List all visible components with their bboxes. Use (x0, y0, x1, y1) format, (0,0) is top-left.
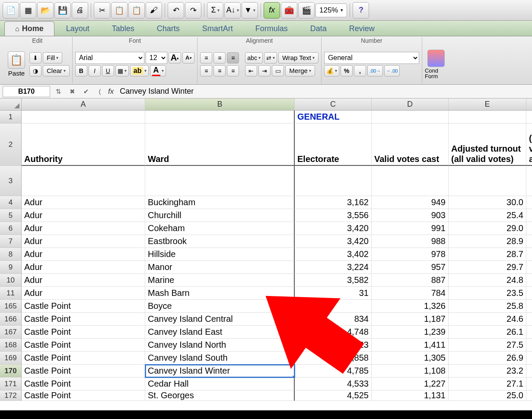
cell[interactable]: 27.1 (449, 378, 526, 390)
cell[interactable]: 23.2 (449, 365, 526, 378)
column-header-E[interactable]: E (449, 98, 526, 111)
cell[interactable] (526, 166, 532, 196)
cell[interactable]: 29.7 (449, 261, 526, 274)
merge-button[interactable]: Merge (285, 65, 315, 76)
cell[interactable]: Castle Point (22, 313, 145, 326)
cell[interactable]: 1,227 (372, 378, 449, 390)
cell[interactable]: Canvey Island Central (145, 313, 295, 326)
tab-smartart[interactable]: SmartArt (191, 21, 244, 36)
undo-button[interactable]: ↶ (168, 2, 184, 19)
cell[interactable] (526, 111, 532, 124)
cell[interactable] (145, 166, 295, 196)
cell[interactable]: Castle Point (22, 365, 145, 378)
cell[interactable] (372, 166, 449, 196)
tab-layout[interactable]: Layout (55, 21, 100, 36)
cell[interactable]: Authority (22, 124, 145, 166)
font-name-select[interactable]: Arial (75, 52, 144, 64)
cell[interactable]: 978 (372, 248, 449, 261)
cell[interactable] (22, 111, 145, 124)
merge-icon[interactable]: ▭ (272, 65, 284, 76)
column-header-F[interactable]: F (526, 98, 532, 111)
cell[interactable]: 903 (372, 209, 449, 222)
row-header[interactable]: 4 (0, 196, 22, 209)
cell[interactable]: Manor (145, 261, 295, 274)
cell[interactable]: 25.8 (449, 300, 526, 313)
cell[interactable]: 3,556 (295, 209, 372, 222)
cell[interactable]: 28.7 (449, 248, 526, 261)
comma-button[interactable]: , (354, 65, 366, 76)
row-header[interactable]: 11 (0, 287, 22, 300)
row-header[interactable]: 166 (0, 313, 22, 326)
tab-tables[interactable]: Tables (101, 21, 145, 36)
help-button[interactable]: ? (353, 2, 369, 19)
cell[interactable]: Buckingham (145, 196, 295, 209)
column-header-B[interactable]: B (145, 98, 295, 111)
bold-button[interactable]: B (75, 65, 87, 76)
cell[interactable]: Adur (22, 261, 145, 274)
row-header[interactable]: 165 (0, 300, 22, 313)
tab-review[interactable]: Review (338, 21, 385, 36)
align-middle-button[interactable]: ≡ (213, 52, 226, 63)
cell[interactable]: 1,239 (372, 326, 449, 339)
fill-color-button[interactable]: ab (130, 65, 149, 76)
paste-button[interactable]: 📋 (128, 2, 145, 19)
cell[interactable]: 31 (295, 287, 372, 300)
row-header[interactable]: 3 (0, 166, 22, 196)
cancel-formula-button[interactable]: ✖ (67, 86, 78, 97)
cell[interactable] (526, 235, 532, 248)
print-button[interactable]: 🖨 (72, 2, 88, 19)
fill-down-icon[interactable]: ⬇ (29, 52, 41, 63)
align-right-button[interactable]: ≡ (227, 65, 239, 76)
select-all-corner[interactable] (0, 98, 22, 111)
cell[interactable]: 28.9 (449, 235, 526, 248)
row-header[interactable]: 167 (0, 326, 22, 339)
underline-button[interactable]: U (102, 65, 114, 76)
cell[interactable] (449, 166, 526, 196)
column-header-D[interactable]: D (372, 98, 449, 111)
row-header[interactable]: 9 (0, 261, 22, 274)
name-box[interactable]: B170 (3, 86, 50, 97)
cell[interactable] (145, 111, 295, 124)
cell[interactable]: 4,525 (295, 390, 372, 401)
wrap-text-button[interactable]: Wrap Text (278, 52, 319, 63)
cell[interactable]: 25.4 (449, 209, 526, 222)
cell[interactable]: 23.5 (449, 287, 526, 300)
cell[interactable]: 1,131 (372, 390, 449, 401)
grow-font-button[interactable]: A▴ (169, 52, 181, 63)
row-header[interactable]: 172 (0, 390, 22, 401)
cell[interactable]: Valid votes cast (372, 124, 449, 166)
cell[interactable]: 4,858 (295, 352, 372, 365)
cell[interactable]: 784 (372, 287, 449, 300)
number-format-select[interactable]: General (324, 52, 419, 64)
row-header[interactable]: 6 (0, 222, 22, 235)
cell[interactable] (526, 313, 532, 326)
cell[interactable]: 24.6 (449, 313, 526, 326)
open-button[interactable]: 📂 (37, 2, 54, 19)
cell[interactable]: 949 (372, 196, 449, 209)
cell[interactable]: 1,108 (372, 365, 449, 378)
cell[interactable] (526, 339, 532, 352)
templates-button[interactable]: ▦ (20, 2, 36, 19)
cell[interactable]: Churchill (145, 209, 295, 222)
cell[interactable]: Adjusted turnout (all valid votes) (449, 124, 526, 166)
increase-decimal-button[interactable]: .00→ (367, 65, 383, 76)
tab-formulas[interactable]: Formulas (245, 21, 299, 36)
accept-formula-button[interactable]: ✔ (80, 86, 92, 97)
cell[interactable]: Cedar Hall (145, 378, 295, 390)
row-header[interactable]: 169 (0, 352, 22, 365)
save-button[interactable]: 💾 (54, 2, 71, 19)
show-formulas-button[interactable]: fx (264, 2, 280, 19)
align-bottom-button[interactable]: ≡ (227, 52, 239, 63)
cell[interactable] (526, 209, 532, 222)
cell[interactable]: 3,420 (295, 222, 372, 235)
filter-button[interactable]: ▼ (242, 2, 258, 19)
cell[interactable]: 3,402 (295, 248, 372, 261)
zoom-select[interactable]: 125%▾ (315, 3, 347, 17)
row-header[interactable]: 1 (0, 111, 22, 124)
cell[interactable]: 26.1 (449, 326, 526, 339)
cell[interactable]: Castle Point (22, 378, 145, 390)
cell[interactable]: Hillside (145, 248, 295, 261)
cell[interactable]: Adur (22, 274, 145, 287)
row-header[interactable]: 2 (0, 124, 22, 166)
cell[interactable] (526, 274, 532, 287)
